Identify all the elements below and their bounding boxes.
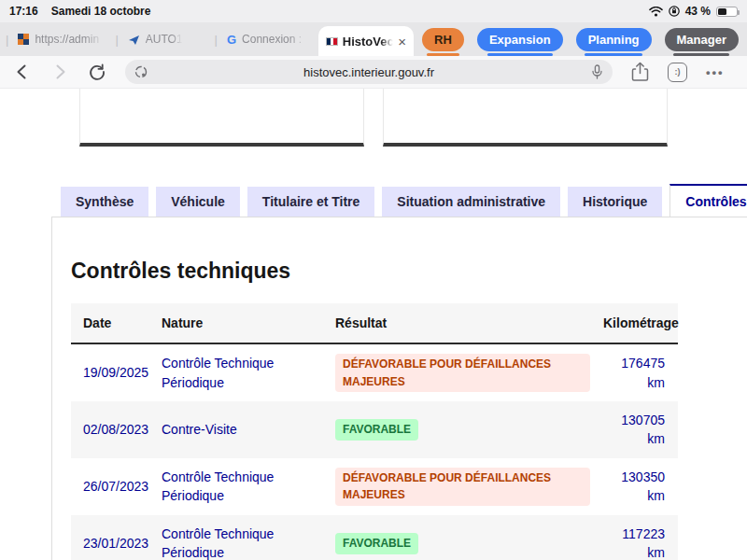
- address-bar[interactable]: histovec.interieur.gouv.fr: [125, 60, 613, 84]
- result-badge: DÉFAVORABLE POUR DÉFAILLANCES MAJEURES: [335, 468, 590, 506]
- cell-date: 26/07/2023: [71, 468, 162, 505]
- summary-card-right: [383, 89, 668, 147]
- cell-result: DÉFAVORABLE POUR DÉFAILLANCES MAJEURES: [335, 344, 603, 401]
- cell-km: 130350 km: [603, 458, 678, 515]
- admin-favicon-icon: [18, 34, 29, 45]
- page-tabs: SynthèseVéhiculeTitulaire et TitreSituat…: [61, 184, 747, 217]
- tab-title: Connexion :: [242, 33, 309, 46]
- wifi-icon: [649, 7, 663, 17]
- cell-nature: Contrôle Technique Périodique: [162, 344, 335, 401]
- tab-group-label: Expansion: [477, 28, 563, 51]
- result-badge: FAVORABLE: [335, 419, 418, 441]
- tab-title: HistoVec: [343, 35, 394, 49]
- microphone-icon[interactable]: [590, 64, 604, 83]
- tab-separator: |: [113, 33, 120, 47]
- column-header-kilometrage: Kilométrage: [603, 303, 692, 343]
- tab-separator: |: [213, 33, 219, 47]
- status-date: Samedi 18 octobre: [51, 5, 151, 18]
- cell-result: DÉFAVORABLE POUR DÉFAILLANCES MAJEURES: [335, 458, 603, 515]
- tab-title: https://admin: [35, 33, 106, 46]
- table-row: 23/01/2023Contrôle Technique PériodiqueF…: [71, 515, 678, 560]
- clock: 17:16: [9, 5, 38, 18]
- table-row: 02/08/2023Contre-VisiteFAVORABLE130705 k…: [71, 401, 678, 458]
- google-favicon-icon: G: [227, 33, 236, 47]
- tab-group-expansion[interactable]: Expansion: [477, 22, 563, 56]
- tab-group-label: RH: [422, 28, 464, 51]
- column-header-date: Date: [71, 303, 162, 343]
- cell-km: 176475 km: [603, 344, 678, 401]
- auto1-favicon-icon: [128, 34, 140, 46]
- inspections-table: Date Nature Résultat Kilométrage 19/09/2…: [71, 303, 678, 560]
- battery-icon: [716, 7, 738, 17]
- cell-date: 19/09/2025: [71, 354, 162, 391]
- status-bar: 17:16 Samedi 18 octobre 43 %: [0, 0, 747, 22]
- tab-strip: | https://admin | AUTO1 | G Connexion : …: [0, 22, 747, 56]
- result-badge: FAVORABLE: [335, 533, 418, 554]
- result-badge: DÉFAVORABLE POUR DÉFAILLANCES MAJEURES: [335, 354, 590, 392]
- browser-tab-connexion[interactable]: G Connexion :: [219, 22, 317, 56]
- page-tab[interactable]: Contrôles techniques: [669, 184, 747, 217]
- table-row: 19/09/2025Contrôle Technique PériodiqueD…: [71, 344, 678, 401]
- table-row: 26/07/2023Contrôle Technique PériodiqueD…: [71, 458, 678, 515]
- tab-group-label: Planning: [576, 28, 652, 51]
- page-tab[interactable]: Titulaire et Titre: [247, 187, 375, 217]
- tab-panel: Contrôles techniques Date Nature Résulta…: [51, 217, 747, 560]
- cell-nature: Contre-Visite: [162, 411, 335, 448]
- tab-separator: |: [4, 33, 10, 47]
- cell-date: 02/08/2023: [71, 411, 162, 448]
- tab-group-manager[interactable]: Manager: [665, 22, 739, 56]
- french-flag-favicon-icon: [326, 37, 338, 46]
- ipad-screen: 17:16 Samedi 18 octobre 43 % | https://a…: [0, 0, 747, 560]
- column-header-resultat: Résultat: [335, 303, 603, 343]
- tab-title: AUTO1: [146, 33, 183, 46]
- summary-card-left: [79, 89, 364, 147]
- orientation-lock-icon: [669, 6, 680, 17]
- page-title: Contrôles techniques: [71, 259, 747, 284]
- web-content: SynthèseVéhiculeTitulaire et TitreSituat…: [0, 89, 747, 560]
- more-options-icon[interactable]: •••: [706, 65, 725, 79]
- page-tab[interactable]: Situation administrative: [382, 187, 560, 217]
- url-text: histovec.interieur.gouv.fr: [303, 65, 434, 79]
- browser-tab-admin[interactable]: https://admin: [10, 22, 113, 56]
- cell-result: FAVORABLE: [335, 524, 603, 560]
- close-tab-icon[interactable]: ×: [398, 35, 406, 49]
- cell-result: FAVORABLE: [335, 410, 603, 450]
- table-body: 19/09/2025Contrôle Technique PériodiqueD…: [71, 344, 678, 560]
- share-icon[interactable]: [631, 62, 649, 82]
- cell-km: 117223 km: [603, 515, 678, 560]
- cell-km: 130705 km: [603, 401, 678, 458]
- browser-toolbar: histovec.interieur.gouv.fr :) •••: [0, 56, 747, 89]
- cell-nature: Contrôle Technique Périodique: [162, 458, 335, 515]
- page-settings-icon[interactable]: [134, 64, 148, 83]
- column-header-nature: Nature: [162, 303, 335, 343]
- page-tab[interactable]: Historique: [568, 187, 662, 217]
- table-header-row: Date Nature Résultat Kilométrage: [71, 303, 678, 344]
- reload-icon[interactable]: [88, 63, 106, 81]
- browser-tab-histovec-active[interactable]: HistoVec ×: [318, 26, 414, 56]
- browser-tab-auto1[interactable]: AUTO1: [120, 22, 190, 56]
- cell-date: 23/01/2023: [71, 525, 162, 560]
- forward-icon[interactable]: [50, 63, 69, 81]
- tab-group-rh[interactable]: RH: [422, 22, 464, 56]
- tab-group-planning[interactable]: Planning: [576, 22, 652, 56]
- tab-overview-icon[interactable]: :): [668, 63, 687, 82]
- page-tab[interactable]: Synthèse: [61, 187, 148, 217]
- page-tab[interactable]: Véhicule: [156, 187, 240, 217]
- battery-percent: 43 %: [685, 5, 711, 18]
- back-icon[interactable]: [13, 63, 32, 81]
- cell-nature: Contrôle Technique Périodique: [162, 515, 335, 560]
- tab-group-label: Manager: [665, 28, 739, 51]
